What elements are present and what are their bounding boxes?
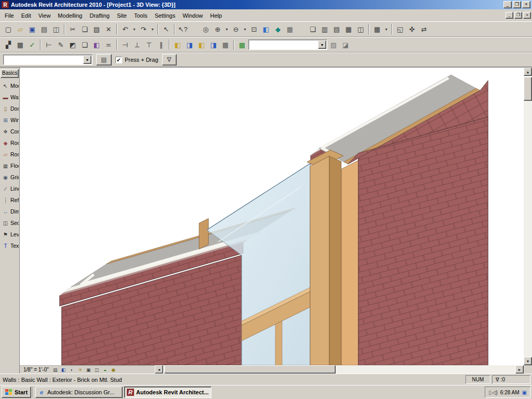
scroll-up-button[interactable]: ▲ <box>524 68 532 76</box>
vertical-scroll-thumb[interactable] <box>524 77 532 101</box>
section-box-button[interactable]: ▦ <box>284 23 296 35</box>
task-discussion-group[interactable]: e Autodesk: Discussion Gr... <box>35 387 123 398</box>
task-revit[interactable]: R Autodesk Revit Architect... <box>124 387 211 398</box>
align-button[interactable]: ⊣ <box>119 39 131 50</box>
scroll-down-button[interactable]: ▼ <box>524 357 532 365</box>
minimize-button[interactable]: _ <box>503 1 512 8</box>
paste-button[interactable]: ▨ <box>91 23 102 35</box>
design-bar-item-text[interactable]: T Text <box>1 240 19 251</box>
save-button[interactable]: ▣ <box>26 23 38 35</box>
render-region-button[interactable]: ▩ <box>236 39 248 50</box>
menu-help[interactable]: Help <box>207 10 226 21</box>
design-bar-item-component[interactable]: ❖ Component <box>1 126 19 137</box>
primary-option-button[interactable]: ◧ <box>196 39 207 50</box>
copy-button[interactable]: ❏ <box>79 23 90 35</box>
link-button[interactable]: ⇄ <box>418 23 430 35</box>
menu-drafting[interactable]: Drafting <box>86 10 113 21</box>
zoom-in-button[interactable]: ⊕ <box>212 23 223 35</box>
vertical-scrollbar[interactable]: ▲ ▼ <box>524 68 532 365</box>
camera-button[interactable]: ◆ <box>272 23 284 35</box>
sun-path-button[interactable]: ☀ <box>76 366 84 374</box>
reveal-hidden-button[interactable]: ◉ <box>110 366 117 374</box>
modify-button[interactable]: ↖ <box>161 23 172 35</box>
window-list-dropdown-button[interactable]: ▾ <box>383 23 389 35</box>
menu-view[interactable]: View <box>35 10 55 21</box>
add-to-set-button[interactable]: ◨ <box>184 39 195 50</box>
model-graphics-button[interactable]: ◧ <box>60 366 68 374</box>
print-button[interactable]: ▤ <box>38 23 50 35</box>
measure-button[interactable]: ⊢ <box>43 39 55 50</box>
undo-dropdown-button[interactable]: ▾ <box>131 23 137 35</box>
crop-region-button[interactable]: ▣ <box>85 366 92 374</box>
horizontal-scrollbar[interactable]: ◄ ► <box>155 365 524 374</box>
cascade-windows-button[interactable]: ❏ <box>307 23 318 35</box>
pin-button[interactable]: ✜ <box>406 23 418 35</box>
demolish-button[interactable]: ▞ <box>3 39 14 50</box>
trim-button[interactable]: ⊤ <box>143 39 155 50</box>
paint-button[interactable]: ◧ <box>91 39 102 50</box>
zoom-fit-button[interactable]: ⊡ <box>248 23 260 35</box>
combo-dropdown-icon[interactable]: ▼ <box>318 41 326 49</box>
exclude-options-button[interactable]: ◨ <box>208 39 219 50</box>
menu-tools[interactable]: Tools <box>130 10 151 21</box>
menu-site[interactable]: Site <box>113 10 130 21</box>
shadows-button[interactable]: ◐ <box>68 366 76 374</box>
design-options-combobox[interactable]: ▼ <box>248 39 327 50</box>
selection-filter-indicator[interactable]: ∇ :0 <box>492 375 530 384</box>
menu-edit[interactable]: Edit <box>18 10 35 21</box>
design-bar-item-lines[interactable]: ∕ Lines <box>1 183 19 194</box>
arrange-icons-button[interactable]: ▦ <box>343 23 354 35</box>
redo-dropdown-button[interactable]: ▾ <box>150 23 155 35</box>
design-bar-item-door[interactable]: ▯ Door <box>1 103 19 114</box>
design-bar-item-modify[interactable]: ↖ Modify <box>1 80 19 91</box>
volume-tray-icon[interactable]: ◁) <box>492 390 498 395</box>
offset-button[interactable]: ∥ <box>155 39 167 50</box>
design-bar-item-wall[interactable]: ▬ Wall <box>1 91 19 103</box>
split-button[interactable]: ⊥ <box>131 39 143 50</box>
active-design-option-button[interactable]: ◧ <box>172 39 183 50</box>
detail-level-button[interactable]: ▤ <box>51 366 59 374</box>
vertical-scroll-track[interactable] <box>524 76 532 357</box>
zoom-in-dropdown-button[interactable]: ▾ <box>224 23 230 35</box>
sketch-button[interactable]: ✎ <box>55 39 66 50</box>
delete-button[interactable]: ✕ <box>103 23 114 35</box>
open-button[interactable]: ▱ <box>15 23 26 35</box>
scroll-left-button[interactable]: ◄ <box>155 365 163 374</box>
design-bar-item-dimension[interactable]: ↔ Dimension <box>1 206 19 217</box>
zoom-out-dropdown-button[interactable]: ▾ <box>242 23 248 35</box>
group-button[interactable]: ❏ <box>79 39 90 50</box>
mdi-restore-button[interactable]: ❐ <box>514 12 522 19</box>
tile-horizontal-button[interactable]: ▥ <box>319 23 330 35</box>
3d-view-canvas[interactable] <box>20 68 524 365</box>
type-selector-combobox[interactable]: ▼ <box>3 55 92 65</box>
print-preview-button[interactable]: ◫ <box>50 23 62 35</box>
array-button[interactable]: ▦ <box>15 39 26 50</box>
window-list-button[interactable]: ▦ <box>371 23 383 35</box>
restore-button[interactable]: ❐ <box>513 1 521 8</box>
steering-wheel-button[interactable]: ◎ <box>200 23 211 35</box>
element-properties-button[interactable]: ▤ <box>96 54 112 65</box>
scroll-right-button[interactable]: ► <box>515 365 524 374</box>
new-window-button[interactable]: ◫ <box>355 23 366 35</box>
filter-button[interactable]: ∇ <box>162 54 177 65</box>
design-bar-item-grid[interactable]: ◉ Grid <box>1 171 19 183</box>
crop-visibility-button[interactable]: ◫ <box>93 366 101 374</box>
close-button[interactable]: × <box>522 1 530 8</box>
horizontal-scroll-track[interactable] <box>163 365 515 374</box>
split-face-button[interactable]: ◩ <box>67 39 78 50</box>
undo-button[interactable]: ↶ <box>119 23 131 35</box>
zoom-out-button[interactable]: ⊖ <box>230 23 242 35</box>
design-bar-item-roof[interactable]: ◆ Roof <box>1 137 19 149</box>
match-button[interactable]: ≍ <box>103 39 114 50</box>
redo-button[interactable]: ↷ <box>138 23 149 35</box>
option-sets-button[interactable]: ▦ <box>220 39 231 50</box>
design-bar-item-room[interactable]: ▱ Room <box>1 149 19 160</box>
horizontal-scroll-thumb[interactable] <box>164 365 336 374</box>
view-scale-button[interactable]: 1/8" = 1'-0" <box>21 367 51 373</box>
design-bar-item-floor[interactable]: ▦ Floor <box>1 160 19 171</box>
temporary-hide-button[interactable]: ◒ <box>101 366 109 374</box>
design-bar-tab-basics[interactable]: Basics <box>1 69 19 78</box>
power-tray-icon[interactable]: ▯ <box>488 390 491 395</box>
design-bar-item-section[interactable]: ◫ Section <box>1 217 19 229</box>
spelling-button[interactable]: ✓ <box>26 39 38 50</box>
